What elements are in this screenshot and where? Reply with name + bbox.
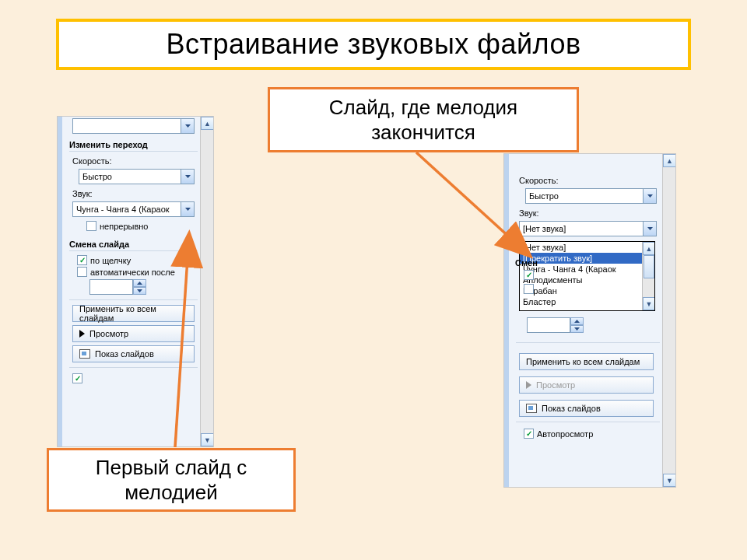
time-spinner-field[interactable] — [89, 279, 133, 295]
effect-value — [76, 121, 79, 131]
scroll-up-button[interactable]: ▲ — [201, 117, 213, 130]
on-click-checkbox[interactable]: ✓ — [524, 270, 534, 280]
spinner-down-icon[interactable] — [133, 287, 146, 295]
dropdown-item[interactable]: [Нет звука] — [520, 242, 654, 253]
speed-dropdown[interactable]: Быстро — [525, 188, 657, 204]
divider — [516, 422, 660, 422]
slideshow-button[interactable]: Показ слайдов — [72, 345, 195, 362]
transition-panel-left: ▲ ▼ Изменить переход Скорость: Быстро Зв… — [58, 117, 213, 446]
callout-first-slide: Первый слайд с мелодией — [47, 448, 296, 512]
sound-dropdown-list[interactable]: [Нет звука] [Прекратить звук] Чунга - Ча… — [519, 241, 655, 311]
preview-button[interactable]: Просмотр — [72, 325, 195, 342]
auto-after-label: автоматически после — [90, 268, 175, 277]
slide-title: Встраивание звуковых файлов — [166, 28, 580, 61]
callout-first-slide-text: Первый слайд с мелодией — [55, 455, 287, 506]
spinner-up-icon[interactable] — [570, 317, 584, 325]
divider — [69, 299, 198, 300]
slideshow-label: Показ слайдов — [95, 349, 154, 359]
scrollbar[interactable]: ▲ ▼ — [200, 117, 213, 446]
on-click-label: по щелчку — [90, 256, 131, 265]
time-spinner-field[interactable] — [527, 317, 570, 333]
speed-dropdown[interactable]: Быстро — [79, 169, 195, 184]
preview-label: Просмотр — [89, 329, 128, 338]
divider — [516, 342, 660, 343]
scroll-up-button[interactable]: ▲ — [643, 242, 654, 255]
slideshow-icon — [526, 404, 537, 413]
apply-all-button[interactable]: Применить ко всем слайдам — [519, 353, 654, 370]
sound-dropdown-open[interactable]: [Нет звука] — [519, 221, 657, 236]
auto-after-row-partial[interactable] — [516, 283, 534, 295]
loop-checkbox[interactable] — [86, 221, 96, 231]
autopreview-checkbox[interactable]: ✓ — [72, 373, 82, 383]
effect-dropdown-cut[interactable] — [72, 118, 195, 134]
apply-all-label: Применить ко всем слайдам — [79, 304, 188, 323]
time-spinner-buttons[interactable] — [133, 279, 146, 295]
chevron-down-icon[interactable] — [181, 119, 194, 133]
divider — [69, 367, 198, 368]
sound-value: Чунга - Чанга 4 (Караок — [76, 205, 170, 214]
slideshow-label: Показ слайдов — [542, 404, 601, 413]
slideshow-button[interactable]: Показ слайдов — [519, 400, 654, 417]
autopreview-row-cut[interactable]: ✓ — [69, 373, 198, 384]
transition-panel-right: ▲ ▼ Скорость: Быстро Звук: [Нет звука] [… — [504, 154, 675, 487]
time-spinner-buttons[interactable] — [570, 317, 584, 333]
on-click-row[interactable]: ✓ по щелчку — [69, 254, 198, 266]
scrollbar[interactable]: ▲ ▼ — [662, 154, 675, 487]
auto-after-row[interactable]: автоматически после — [69, 266, 198, 278]
loop-label: непрерывно — [100, 222, 148, 231]
dropdown-item[interactable]: Бластер — [520, 296, 654, 307]
chevron-down-icon[interactable] — [181, 202, 194, 216]
sound-value: [Нет звука] — [523, 224, 566, 233]
chevron-down-icon[interactable] — [181, 170, 194, 184]
dropdown-item[interactable]: Барабан — [520, 285, 654, 296]
autopreview-row[interactable]: ✓ Автопросмотр — [516, 428, 593, 439]
callout-end-slide-text: Слайд, где мелодия закончится — [276, 95, 570, 145]
scroll-up-button[interactable]: ▲ — [663, 154, 675, 167]
slide-title-box: Встраивание звуковых файлов — [56, 19, 691, 70]
loop-checkbox-row[interactable]: непрерывно — [69, 220, 198, 232]
scroll-down-button[interactable]: ▼ — [643, 297, 654, 310]
speed-value: Быстро — [529, 191, 559, 201]
apply-all-label: Применить ко всем слайдам — [526, 357, 640, 366]
section-advance-short: Смен — [515, 255, 542, 269]
slideshow-icon — [79, 349, 90, 359]
dropdown-scrollbar[interactable]: ▲ ▼ — [642, 242, 654, 310]
sound-dropdown[interactable]: Чунга - Чанга 4 (Караок — [72, 201, 195, 217]
spinner-down-icon[interactable] — [570, 325, 584, 333]
scroll-thumb[interactable] — [644, 255, 654, 278]
speed-label: Скорость: — [516, 174, 660, 187]
apply-all-button[interactable]: Применить ко всем слайдам — [72, 305, 195, 322]
speed-value: Быстро — [82, 172, 112, 181]
play-icon — [526, 381, 531, 389]
panel-accent-bar — [504, 154, 509, 487]
scroll-down-button[interactable]: ▼ — [663, 474, 675, 487]
spinner-up-icon[interactable] — [133, 279, 146, 287]
auto-after-spinner[interactable] — [89, 279, 198, 295]
panel-accent-bar — [58, 117, 62, 446]
chevron-down-icon[interactable] — [643, 222, 656, 236]
preview-label: Просмотр — [536, 380, 575, 390]
callout-end-slide: Слайд, где мелодия закончится — [268, 87, 579, 152]
auto-after-checkbox[interactable] — [524, 284, 534, 294]
on-click-row-partial[interactable]: ✓ — [516, 269, 534, 281]
autopreview-label: Автопросмотр — [537, 429, 593, 439]
auto-after-spinner[interactable] — [527, 317, 584, 333]
play-icon — [79, 330, 85, 338]
section-advance: Смена слайда — [69, 236, 198, 251]
preview-button-disabled: Просмотр — [519, 376, 654, 394]
sound-label: Звук: — [69, 187, 198, 200]
sound-label: Звук: — [516, 207, 660, 219]
autopreview-checkbox[interactable]: ✓ — [524, 429, 534, 439]
on-click-checkbox[interactable]: ✓ — [77, 255, 87, 265]
section-transition: Изменить переход — [69, 137, 198, 152]
speed-label: Скорость: — [69, 155, 198, 167]
chevron-down-icon[interactable] — [643, 189, 656, 203]
auto-after-checkbox[interactable] — [77, 267, 87, 277]
dropdown-item[interactable]: Аплодисменты — [520, 275, 654, 285]
scroll-down-button[interactable]: ▼ — [201, 433, 213, 446]
